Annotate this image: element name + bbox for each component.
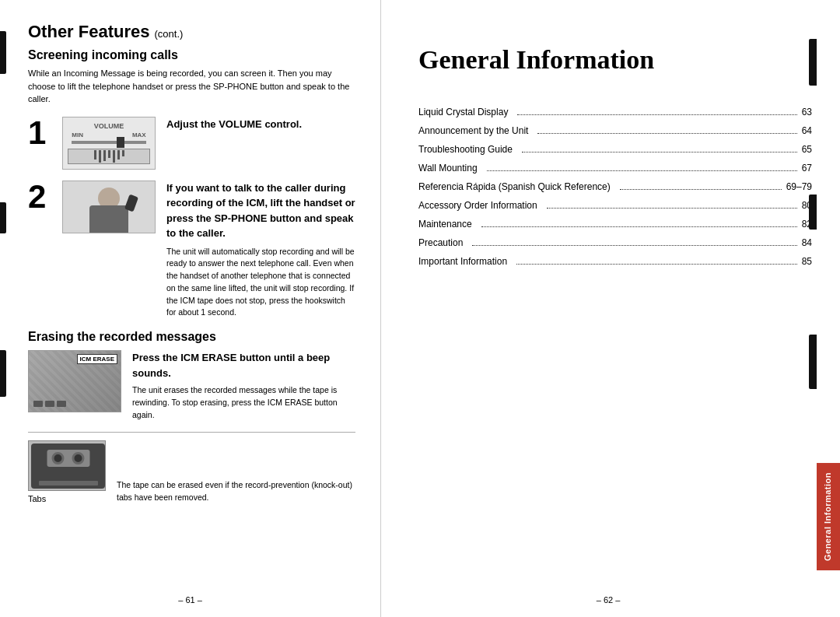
right-page: General Information Liquid Crystal Displ… xyxy=(381,0,840,617)
step-2-image xyxy=(62,181,156,233)
toc-dots xyxy=(537,124,796,134)
toc-page: 63 xyxy=(802,107,812,117)
toc-page: 65 xyxy=(802,144,812,155)
toc-page: 85 xyxy=(802,256,812,267)
erase-button-label: ICM ERASE xyxy=(77,354,117,364)
main-title: Other Features xyxy=(28,22,150,42)
erasing-title: Erasing the recorded messages xyxy=(28,330,355,344)
general-info-title: General Information xyxy=(418,45,812,75)
left-edge-mark-3 xyxy=(0,350,6,397)
toc-dots xyxy=(516,255,797,265)
toc-page: 69–79 xyxy=(786,181,812,192)
erase-text-block: Press the ICM ERASE button until a beep … xyxy=(132,350,355,421)
toc-label: Troubleshooting Guide xyxy=(418,144,513,155)
toc-dots xyxy=(487,162,797,171)
toc-row: Accessory Order Information80 xyxy=(418,199,812,211)
step-2-text: If you want to talk to the caller during… xyxy=(166,181,355,241)
toc-label: Accessory Order Information xyxy=(418,200,537,211)
toc-label: Liquid Crystal Display xyxy=(418,107,508,117)
toc-label: Wall Mounting xyxy=(418,163,478,174)
toc-page: 84 xyxy=(802,237,812,248)
step-1-row: 1 VOLUME MIN MAX xyxy=(28,117,355,170)
toc-row: Wall Mounting67 xyxy=(418,162,812,174)
right-page-number: – 62 – xyxy=(418,595,798,605)
tape-section: Tabs The tape can be erased even if the … xyxy=(28,432,355,503)
toc-dots xyxy=(517,106,796,115)
toc-dots xyxy=(481,218,797,227)
erase-image: ICM ERASE xyxy=(28,350,121,412)
step-2-row: 2 If you want to talk to the caller duri… xyxy=(28,181,355,320)
toc-row: Maintenance82 xyxy=(418,218,812,230)
screening-intro: While an Incoming Message is being recor… xyxy=(28,67,355,106)
toc-row: Troubleshooting Guide65 xyxy=(418,143,812,155)
right-edge-mark-2 xyxy=(809,195,817,230)
toc-label: Referencia Rápida (Spanish Quick Referen… xyxy=(418,181,611,192)
tabs-label: Tabs xyxy=(28,494,46,503)
step-1-text: Adjust the VOLUME control. xyxy=(166,117,355,132)
toc-label: Announcement by the Unit xyxy=(418,125,528,136)
erase-row: ICM ERASE Press the ICM ERASE button unt… xyxy=(28,350,355,421)
main-title-cont: (cont.) xyxy=(155,28,184,40)
toc-page: 67 xyxy=(802,163,812,174)
toc-row: Liquid Crystal Display63 xyxy=(418,106,812,117)
left-edge-mark-2 xyxy=(0,202,6,233)
screening-title: Screening incoming calls xyxy=(28,48,355,62)
right-edge-mark-1 xyxy=(809,39,817,86)
general-info-tab: General Information xyxy=(817,463,840,570)
toc-dots xyxy=(472,237,796,246)
toc-container: Liquid Crystal Display63Announcement by … xyxy=(418,106,812,267)
toc-row: Referencia Rápida (Spanish Quick Referen… xyxy=(418,181,812,192)
toc-row: Important Information85 xyxy=(418,255,812,267)
toc-label: Maintenance xyxy=(418,219,472,230)
toc-label: Important Information xyxy=(418,256,507,267)
vol-max: MAX xyxy=(132,131,146,138)
toc-row: Precaution84 xyxy=(418,237,812,248)
toc-row: Announcement by the Unit64 xyxy=(418,124,812,136)
step-1-number: 1 xyxy=(28,117,53,149)
toc-dots xyxy=(547,199,797,209)
erasing-section: Erasing the recorded messages ICM ERASE … xyxy=(28,330,355,421)
right-edge-mark-3 xyxy=(809,335,817,389)
toc-page: 64 xyxy=(802,125,812,136)
left-edge-mark-1 xyxy=(0,31,6,74)
tape-text: The tape can be erased even if the recor… xyxy=(117,479,355,504)
tape-image-block: Tabs xyxy=(28,440,117,503)
left-page: Other Features (cont.) Screening incomin… xyxy=(0,0,381,617)
erase-main-text: Press the ICM ERASE button until a beep … xyxy=(132,350,355,380)
step-1-image: VOLUME MIN MAX xyxy=(62,117,156,170)
step-2-text-block: If you want to talk to the caller during… xyxy=(166,181,355,320)
step-2-subtext: The unit will automatically stop recordi… xyxy=(166,246,355,320)
volume-label: VOLUME xyxy=(68,122,150,130)
step-2-number: 2 xyxy=(28,181,53,213)
toc-dots xyxy=(522,143,797,152)
toc-label: Precaution xyxy=(418,237,463,248)
toc-dots xyxy=(620,181,782,190)
vol-min: MIN xyxy=(72,131,83,138)
left-page-number: – 61 – xyxy=(0,595,380,605)
tape-image xyxy=(28,440,106,491)
erase-sub-text: The unit erases the recorded messages wh… xyxy=(132,384,355,421)
